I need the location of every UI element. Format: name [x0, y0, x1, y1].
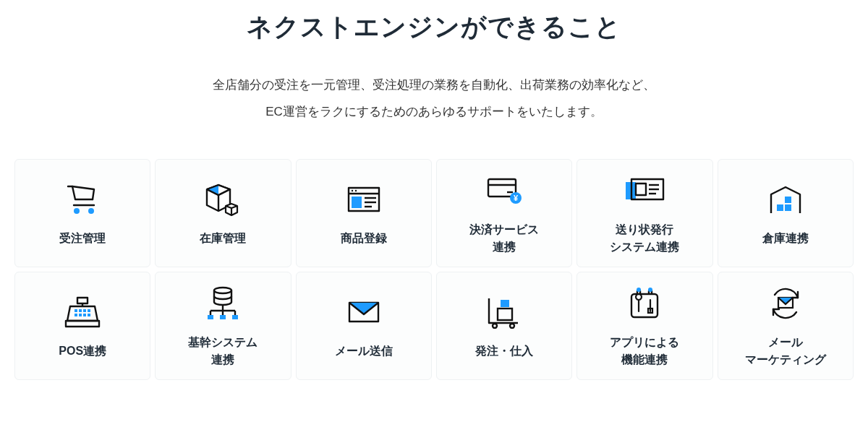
feature-label: 倉庫連携 [762, 230, 809, 247]
svg-point-58 [637, 288, 641, 292]
apps-icon [629, 283, 660, 324]
feature-card-apps[interactable]: アプリによる 機能連携 [576, 272, 712, 380]
feature-label: 送り状発行 システム連携 [610, 221, 679, 256]
svg-rect-12 [352, 197, 362, 208]
svg-point-10 [352, 190, 353, 191]
svg-rect-49 [220, 315, 226, 319]
feature-label: メール送信 [335, 342, 393, 360]
svg-marker-32 [67, 306, 98, 321]
lead-line1: 全店舗分の受注を一元管理、受注処理の業務を自動化、出荷業務の効率化など、 [213, 78, 655, 92]
purchase-icon [486, 292, 522, 332]
svg-rect-50 [232, 315, 238, 319]
svg-rect-29 [785, 197, 791, 203]
feature-card-mail[interactable]: メール送信 [296, 272, 432, 380]
page-title: ネクストエンジンができること [14, 10, 854, 44]
svg-rect-27 [777, 204, 783, 211]
feature-card-pos[interactable]: POS連携 [14, 272, 150, 380]
svg-rect-33 [66, 321, 99, 327]
pos-icon [64, 292, 101, 332]
svg-point-1 [74, 208, 80, 214]
feature-label: 基幹システム 連携 [188, 334, 258, 368]
core-system-icon [205, 283, 241, 324]
svg-rect-28 [785, 204, 791, 211]
svg-rect-36 [83, 309, 86, 312]
feature-label: 発注・仕入 [475, 342, 533, 360]
mail-icon [346, 292, 381, 332]
shipping-label-icon [624, 171, 665, 211]
box-icon [204, 179, 242, 220]
payment-icon: ¥ [485, 171, 523, 211]
feature-card-stock[interactable]: 在庫管理 [155, 159, 291, 267]
svg-rect-56 [501, 300, 509, 307]
svg-point-59 [648, 288, 652, 292]
svg-rect-23 [636, 184, 646, 195]
feature-card-shipping-label[interactable]: 送り状発行 システム連携 [576, 159, 712, 267]
svg-rect-34 [75, 309, 77, 312]
feature-grid: 受注管理 [14, 159, 854, 380]
feature-label: 受注管理 [59, 230, 106, 247]
svg-marker-52 [349, 303, 378, 314]
feature-label: 商品登録 [341, 230, 387, 247]
feature-card-product[interactable]: 商品登録 [296, 159, 432, 267]
svg-rect-38 [75, 314, 77, 316]
feature-label: 在庫管理 [200, 230, 246, 247]
feature-card-core[interactable]: 基幹システム 連携 [155, 272, 291, 380]
cart-icon [65, 179, 100, 220]
feature-label: アプリによる 機能連携 [610, 334, 679, 368]
feature-card-payment[interactable]: ¥ 決済サービス 連携 [436, 159, 572, 267]
svg-point-42 [214, 288, 231, 293]
register-icon [346, 179, 382, 220]
svg-rect-41 [88, 314, 90, 316]
svg-rect-40 [83, 314, 86, 316]
svg-rect-39 [79, 314, 82, 316]
svg-rect-55 [498, 309, 512, 320]
mail-marketing-icon [767, 283, 804, 324]
feature-card-order[interactable]: 受注管理 [14, 159, 150, 267]
feature-card-warehouse[interactable]: 倉庫連携 [718, 159, 854, 267]
svg-text:¥: ¥ [514, 194, 519, 202]
warehouse-icon [768, 179, 803, 220]
svg-rect-37 [88, 309, 90, 312]
feature-label: 決済サービス 連携 [469, 221, 539, 256]
feature-card-purchase[interactable]: 発注・仕入 [436, 272, 572, 380]
lead-line2: EC運営をラクにするためのあらゆるサポートをいたします。 [265, 105, 603, 118]
svg-rect-30 [77, 298, 88, 303]
svg-rect-48 [208, 315, 213, 319]
svg-point-54 [510, 324, 514, 328]
lead-text: 全店舗分の受注を一元管理、受注処理の業務を自動化、出荷業務の効率化など、 EC運… [14, 72, 854, 126]
feature-card-mail-marketing[interactable]: メール マーケティング [718, 272, 854, 380]
feature-label: メール マーケティング [745, 334, 826, 368]
svg-rect-35 [79, 309, 82, 312]
svg-point-11 [355, 190, 357, 191]
svg-point-53 [493, 324, 497, 328]
svg-point-2 [88, 208, 94, 214]
feature-label: POS連携 [59, 342, 106, 360]
